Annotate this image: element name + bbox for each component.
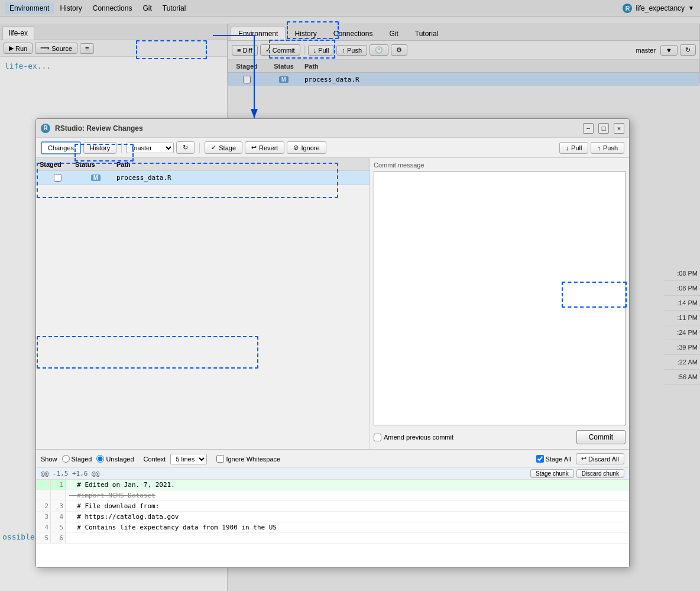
ignore-icon: ⊘ <box>293 144 299 151</box>
modal-file-list: Staged Status Path M process_data.R <box>36 158 370 449</box>
modal-status-header: Status <box>75 161 116 168</box>
diff-content-5: # Contains life expectancy data from 190… <box>66 522 629 532</box>
diff-old-num-5: 4 <box>36 522 51 532</box>
modal-diff-area: Show Staged Unstaged Context 5 lines Ign… <box>36 449 629 567</box>
modal-commit-panel: Commit message Amend previous commit Com… <box>370 158 629 449</box>
modal-maximize-button[interactable]: □ <box>598 123 609 134</box>
staged-radio-input[interactable] <box>62 455 70 463</box>
amend-checkbox-label[interactable]: Amend previous commit <box>374 434 453 441</box>
diff-old-num-4: 3 <box>36 512 51 522</box>
diff-new-num-3: 3 <box>51 501 66 511</box>
diff-new-num-2 <box>51 490 66 500</box>
diff-line-nums-1: 1 <box>36 480 66 490</box>
revert-button[interactable]: ↩ Revert <box>245 141 284 154</box>
diff-line-nums-6: 5 6 <box>36 533 66 543</box>
diff-new-num-4: 4 <box>51 512 66 522</box>
diff-content: @@ -1,5 +1,6 @@ Stage chunk Discard chun… <box>36 468 629 567</box>
ignore-ws-checkbox[interactable] <box>216 455 224 463</box>
stage-button[interactable]: ✓ Stage <box>205 141 242 154</box>
diff-content-2: #import NCHS Dataset <box>66 490 629 500</box>
modal-file-path: process_data.R <box>116 174 366 182</box>
unstaged-radio-input[interactable] <box>96 455 104 463</box>
toolbar-separator2 <box>199 143 200 153</box>
diff-new-num-5: 5 <box>51 522 66 532</box>
commit-message-textarea[interactable] <box>374 171 626 425</box>
modal-status-badge-m: M <box>91 175 101 181</box>
context-label: Context <box>144 456 166 463</box>
review-changes-dialog: R RStudio: Review Changes − □ × Changes … <box>35 118 630 568</box>
diff-line-2: #import NCHS Dataset <box>36 490 629 501</box>
ignore-ws-label[interactable]: Ignore Whitespace <box>216 455 280 463</box>
modal-close-button[interactable]: × <box>614 123 624 134</box>
stage-checkmark-icon: ✓ <box>211 144 216 151</box>
unstaged-radio-label[interactable]: Unstaged <box>96 455 134 463</box>
modal-minimize-button[interactable]: − <box>583 123 594 134</box>
modal-pull-icon: ↓ <box>566 144 569 151</box>
diff-line-nums-2 <box>36 490 66 500</box>
discard-all-button[interactable]: ↩ Discard All <box>576 453 624 464</box>
diff-chunk-header: @@ -1,5 +1,6 @@ Stage chunk Discard chun… <box>36 468 629 480</box>
diff-line-6: 5 6 <box>36 533 629 544</box>
staged-radio-label[interactable]: Staged <box>62 455 92 463</box>
commit-message-label: Commit message <box>374 162 626 169</box>
chunk-range-label: @@ -1,5 +1,6 @@ <box>41 470 99 477</box>
diff-line-5: 4 5 # Contains life expectancy data from… <box>36 522 629 533</box>
diff-line-1: 1 # Edited on Jan. 7, 2021. <box>36 480 629 490</box>
branch-select[interactable]: master <box>127 143 174 153</box>
stage-all-checkbox-input[interactable] <box>536 455 544 463</box>
context-select[interactable]: 5 lines <box>170 454 207 464</box>
diff-line-3: 2 3 # File download from: <box>36 501 629 512</box>
modal-staged-checkbox-input[interactable] <box>54 174 61 182</box>
stage-all-checkbox-label[interactable]: Stage All <box>536 455 571 463</box>
diff-old-num-3: 2 <box>36 501 51 511</box>
modal-pull-button[interactable]: ↓ Pull <box>559 142 589 154</box>
changes-tab-button[interactable]: Changes <box>41 141 81 154</box>
revert-icon: ↩ <box>251 144 257 151</box>
modal-left-header: Staged Status Path <box>36 158 370 171</box>
diff-chunk-buttons: Stage chunk Discard chunk <box>530 469 624 478</box>
discard-all-icon: ↩ <box>581 455 586 463</box>
diff-line-nums-5: 4 5 <box>36 522 66 532</box>
diff-content-4: # https://catalog.data.gov <box>66 512 629 522</box>
discard-chunk-button[interactable]: Discard chunk <box>576 469 624 478</box>
diff-content-6 <box>66 533 629 543</box>
amend-checkbox-input[interactable] <box>374 434 381 441</box>
modal-refresh-button[interactable]: ↻ <box>176 141 195 154</box>
modal-titlebar: R RStudio: Review Changes − □ × <box>36 119 629 138</box>
commit-message-footer: Amend previous commit Commit <box>374 429 626 445</box>
history-tab-button[interactable]: History <box>83 142 116 154</box>
diff-old-num-2 <box>36 490 51 500</box>
modal-toolbar: Changes History master ↻ ✓ Stage ↩ Rever… <box>36 138 629 158</box>
diff-old-num-1 <box>36 480 51 490</box>
modal-file-status: M <box>75 175 116 181</box>
show-label: Show <box>41 456 57 463</box>
modal-path-header: Path <box>116 161 366 168</box>
modal-file-staged-checkbox[interactable] <box>40 174 75 182</box>
diff-toolbar: Show Staged Unstaged Context 5 lines Ign… <box>36 450 629 468</box>
diff-line-4: 3 4 # https://catalog.data.gov <box>36 512 629 522</box>
modal-push-icon: ↑ <box>597 144 601 151</box>
diff-content-3: # File download from: <box>66 501 629 511</box>
modal-body: Staged Status Path M process_data.R Comm… <box>36 158 629 449</box>
modal-title-text: RStudio: Review Changes <box>55 124 578 133</box>
diff-content-1: # Edited on Jan. 7, 2021. <box>66 480 629 490</box>
diff-line-nums-3: 2 3 <box>36 501 66 511</box>
modal-title-icon: R <box>41 124 50 133</box>
diff-new-num-6: 6 <box>51 533 66 543</box>
commit-dialog-button[interactable]: Commit <box>576 430 626 444</box>
modal-push-button[interactable]: ↑ Push <box>591 142 624 154</box>
diff-new-num-1: 1 <box>51 480 66 490</box>
modal-staged-header: Staged <box>40 161 75 168</box>
ignore-button[interactable]: ⊘ Ignore <box>287 141 326 154</box>
modal-file-row[interactable]: M process_data.R <box>36 171 370 185</box>
diff-old-num-6: 5 <box>36 533 51 543</box>
diff-line-nums-4: 3 4 <box>36 512 66 522</box>
toolbar-separator <box>121 143 122 153</box>
stage-chunk-button[interactable]: Stage chunk <box>530 469 574 478</box>
